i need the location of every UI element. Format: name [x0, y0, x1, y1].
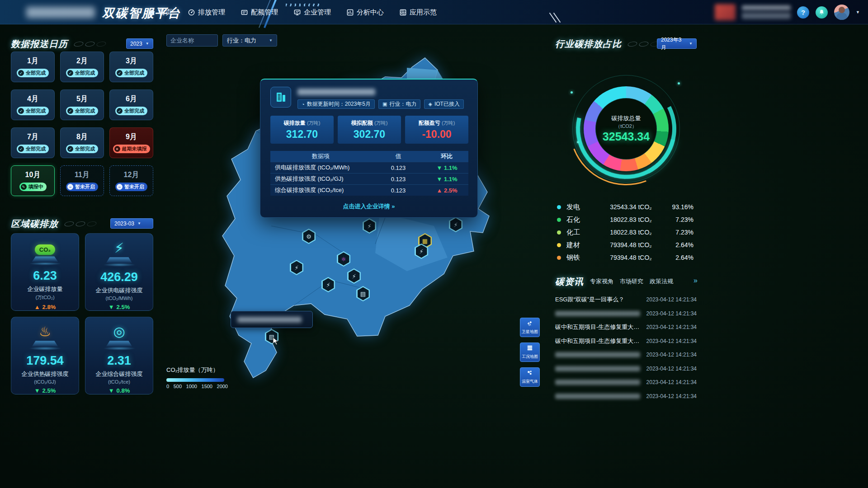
- status-badge: ✓ 全部完成: [66, 107, 98, 115]
- regional-stat-card[interactable]: ◎ 2.31 企业综合碳排强度 (tCO₂/tce) ▼ 0.8%: [85, 317, 153, 394]
- trend-arrow-icon: ▲: [34, 304, 40, 310]
- map-layer-button[interactable]: 工况地图: [520, 343, 540, 362]
- facility-marker[interactable]: ⚛: [337, 251, 350, 267]
- status-icon: ✓: [18, 108, 24, 114]
- question-icon: ?: [801, 9, 805, 16]
- month-card[interactable]: 1月 ✓ 全部完成: [11, 52, 55, 82]
- status-icon: ✎: [21, 184, 27, 190]
- month-card[interactable]: 2月 ✓ 全部完成: [60, 52, 104, 82]
- bolt-icon: ⚡: [450, 218, 462, 231]
- status-icon: ✓: [18, 146, 24, 152]
- month-card[interactable]: 7月 ✓ 全部完成: [11, 127, 55, 158]
- news-item[interactable]: 2023-04-12 14:21:34: [555, 307, 697, 321]
- news-date: 2023-04-12 14:21:34: [646, 393, 697, 399]
- month-grid: 1月 ✓ 全部完成 2月 ✓ 全部完成 3月 ✓ 全部完成 4月 ✓ 全部完成 …: [11, 52, 153, 196]
- industry-filter-select[interactable]: 行业：电力 ▼: [222, 34, 277, 47]
- stat-label: 企业供热碳排强度: [22, 370, 69, 378]
- calendar-year-dropdown[interactable]: 2023 ▼: [126, 38, 153, 49]
- map-layer-button[interactable]: 卫星地图: [520, 318, 540, 337]
- month-card[interactable]: 12月 − 暂未开启: [109, 165, 153, 196]
- month-card[interactable]: 5月 ✓ 全部完成: [60, 89, 104, 120]
- calendar-section-header: 数据报送日历 2023 ▼: [11, 37, 153, 51]
- mouse-cursor: [273, 337, 280, 345]
- month-card[interactable]: 4月 ✓ 全部完成: [11, 89, 55, 120]
- metric-delta: ▲ 2.5%: [425, 187, 468, 194]
- month-label: 5月: [76, 94, 88, 104]
- news-item[interactable]: 2023-04-12 14:21:34: [555, 389, 697, 404]
- regional-stat-card[interactable]: ⚡ 426.29 企业供电碳排强度 (tCO₂/MWh) ▼ 2.5%: [85, 233, 153, 311]
- user-avatar[interactable]: [834, 5, 849, 20]
- status-badge: ✓ 全部完成: [66, 145, 98, 153]
- redacted-news-title: [555, 352, 640, 357]
- notification-button[interactable]: [816, 6, 828, 19]
- stat-unit: (tCO₂/GJ): [34, 379, 56, 385]
- news-tab[interactable]: 市场研究: [620, 277, 643, 286]
- month-card[interactable]: 6月 ✓ 全部完成: [109, 89, 153, 120]
- map-layer-button[interactable]: 温室气体: [520, 367, 540, 387]
- status-icon: ✓: [117, 70, 123, 76]
- status-icon: −: [67, 184, 73, 190]
- status-icon: ✓: [67, 146, 73, 152]
- clock-icon: ◔: [302, 102, 305, 107]
- redacted-org-logo: [715, 4, 736, 20]
- nav-item[interactable]: 首页: [148, 8, 172, 17]
- news-title: ESG跟“双碳”是一回事么？: [555, 296, 624, 304]
- industry-period-dropdown[interactable]: 2023年3月 ▼: [657, 38, 697, 49]
- status-icon: ✓: [67, 108, 73, 114]
- month-card[interactable]: 8月 ✓ 全部完成: [60, 127, 104, 158]
- stat-unit: (tCO₂/tce): [108, 379, 130, 385]
- facility-marker[interactable]: ⚡: [290, 260, 303, 275]
- bolt-icon: ⚡: [349, 270, 360, 283]
- nav-item[interactable]: 应用示范: [399, 8, 437, 17]
- news-item[interactable]: 碳中和五期项目-生态修复重大工程 2023-04-12 14:21:34: [555, 334, 697, 348]
- nav-item[interactable]: 企业管理: [293, 8, 331, 17]
- news-item[interactable]: 碳中和五期项目-生态修复重大工程... 2023-04-12 14:21:34: [555, 320, 697, 334]
- news-tab[interactable]: 政策法规: [650, 277, 673, 286]
- facility-marker[interactable]: ▤: [356, 286, 370, 301]
- facility-marker[interactable]: ⚡: [347, 268, 361, 284]
- news-item[interactable]: 2023-04-12 14:21:34: [555, 348, 697, 362]
- regional-stats-grid: CO₂ 6.23 企业碳排放量 (万tCO₂) ▲ 2.8% ⚡ 426.29 …: [11, 233, 153, 394]
- pedestal-decor: [32, 341, 58, 347]
- nav-item[interactable]: 排放管理: [188, 8, 225, 17]
- more-icon[interactable]: »: [693, 277, 697, 285]
- news-item[interactable]: 2023-04-12 14:21:34: [555, 362, 697, 376]
- legend-dot: [557, 230, 561, 235]
- regional-period-dropdown[interactable]: 2023-03 ▼: [110, 218, 153, 229]
- chevron-down-icon: ▼: [146, 42, 149, 46]
- facility-marker[interactable]: ⚡: [449, 217, 462, 232]
- news-item[interactable]: ESG跟“双碳”是一回事么？ 2023-04-12 14:21:34: [555, 293, 697, 307]
- regional-stat-card[interactable]: ♨ 179.54 企业供热碳排强度 (tCO₂/GJ) ▼ 2.5%: [11, 317, 79, 394]
- news-date: 2023-04-12 14:21:34: [646, 366, 697, 372]
- atom-icon: ⚛: [338, 253, 349, 266]
- header-right: ? ▼: [715, 0, 860, 24]
- month-label: 4月: [27, 94, 38, 104]
- facility-marker[interactable]: ⚙: [302, 229, 316, 244]
- title-decor: [628, 42, 660, 47]
- month-card[interactable]: 9月 × 超期未填报: [109, 127, 153, 158]
- legend-tick: 1500: [202, 384, 212, 389]
- facility-marker[interactable]: ⚡: [363, 218, 376, 234]
- company-search-input[interactable]: [166, 34, 218, 47]
- month-card[interactable]: 11月 − 暂未开启: [60, 165, 104, 196]
- pedestal-glow: [103, 263, 136, 267]
- help-button[interactable]: ?: [797, 6, 809, 19]
- stat-unit: (万tCO₂): [35, 294, 54, 301]
- status-icon: ✓: [117, 108, 123, 114]
- top-bar: 双碳智服平台 首页 排放管理 配额管理 企业管理 分析中心 应用示范 ? ▼: [0, 0, 868, 24]
- enter-company-detail-link[interactable]: 点击进入企业详情 »: [260, 202, 477, 211]
- facility-marker[interactable]: ⚡: [415, 244, 428, 259]
- stat-label: 企业碳排放量: [28, 285, 63, 293]
- status-badge: ✓ 全部完成: [115, 107, 147, 115]
- news-item[interactable]: 2023-04-12 14:21:34: [555, 375, 697, 389]
- news-tab[interactable]: 专家视角: [590, 277, 613, 286]
- regional-stat-card[interactable]: CO₂ 6.23 企业碳排放量 (万tCO₂) ▲ 2.8%: [11, 233, 79, 311]
- nav-item[interactable]: 配额管理: [241, 8, 278, 17]
- nav-item[interactable]: 分析中心: [346, 8, 384, 17]
- bolt-icon: ⚡: [323, 278, 334, 291]
- chevron-down-icon[interactable]: ▼: [856, 10, 860, 14]
- month-card[interactable]: 10月 ✎ 填报中: [11, 165, 55, 196]
- facility-marker[interactable]: ⚡: [321, 277, 335, 292]
- chevron-down-icon: ▼: [689, 42, 693, 46]
- month-card[interactable]: 3月 ✓ 全部完成: [109, 52, 153, 82]
